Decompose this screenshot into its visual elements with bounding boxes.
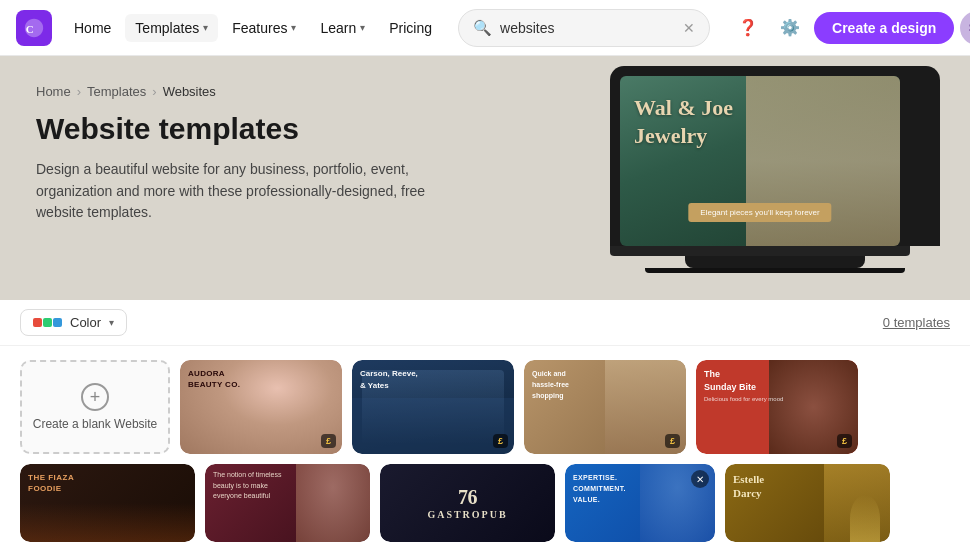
nav-home-label: Home [74, 20, 111, 36]
jewelry-title-line2: Jewelry [634, 122, 733, 150]
breadcrumb-sep2: › [152, 84, 156, 99]
nav-features[interactable]: Features ▾ [222, 14, 306, 42]
chevron-down-icon: ▾ [203, 22, 208, 33]
color-filter-chevron: ▾ [109, 317, 114, 328]
template-card-gastropub[interactable]: 76 GASTROPUB [380, 464, 555, 542]
template-card-fiaza[interactable]: THE FIAZA FOODIE [20, 464, 195, 542]
laptop-screen-frame: Wal & Joe Jewelry Elegant pieces you'll … [610, 66, 940, 246]
template-card-food[interactable]: The Sunday Bite Delicious food for every… [696, 360, 858, 454]
nav-features-label: Features [232, 20, 287, 36]
nav-pricing[interactable]: Pricing [379, 14, 442, 42]
template-card-corporate[interactable]: Carson, Reeve, & Yates £ [352, 360, 514, 454]
nav-learn[interactable]: Learn ▾ [310, 14, 375, 42]
plus-icon: + [81, 383, 109, 411]
create-design-button[interactable]: Create a design [814, 12, 954, 44]
laptop-base [610, 246, 910, 256]
filter-bar: Color ▾ 0 templates [0, 300, 970, 346]
jewelry-cta-button: Elegant pieces you'll keep forever [688, 203, 831, 222]
laptop-stand [685, 256, 865, 268]
svg-text:C: C [26, 22, 34, 34]
search-input[interactable] [500, 20, 675, 36]
templates-section: + Create a blank Website AUDORA BEAUTY C… [0, 346, 970, 546]
clear-icon[interactable]: ✕ [683, 20, 695, 36]
help-button[interactable]: ❓ [730, 10, 766, 46]
nav-templates[interactable]: Templates ▾ [125, 14, 218, 42]
chevron-down-icon: ▾ [291, 22, 296, 33]
template-card-beauty[interactable]: AUDORA BEAUTY CO. £ [180, 360, 342, 454]
color-filter[interactable]: Color ▾ [20, 309, 127, 336]
laptop-foot [645, 268, 905, 273]
color-filter-label: Color [70, 315, 101, 330]
breadcrumb-home[interactable]: Home [36, 84, 71, 99]
templates-row-2: THE FIAZA FOODIE The notion of timelessb… [20, 464, 950, 542]
templates-row-1: + Create a blank Website AUDORA BEAUTY C… [20, 360, 950, 454]
hero-banner: Home › Templates › Websites Website temp… [0, 56, 970, 300]
jewelry-title-line1: Wal & Joe [634, 94, 733, 122]
navbar: C Home Templates ▾ Features ▾ Learn ▾ Pr… [0, 0, 970, 56]
search-bar: 🔍 ✕ [458, 9, 710, 47]
breadcrumb-sep1: › [77, 84, 81, 99]
avatar[interactable]: SP [960, 11, 970, 45]
breadcrumb-templates[interactable]: Templates [87, 84, 146, 99]
template-card-corp2[interactable]: EXPERTISE. COMMITMENT. VALUE. ✕ [565, 464, 715, 542]
chevron-down-icon: ▾ [360, 22, 365, 33]
template-card-shopping[interactable]: Quick andhassle-freeshopping £ [524, 360, 686, 454]
blank-card[interactable]: + Create a blank Website [20, 360, 170, 454]
nav-templates-label: Templates [135, 20, 199, 36]
laptop-screen: Wal & Joe Jewelry Elegant pieces you'll … [620, 76, 900, 246]
breadcrumb-current: Websites [163, 84, 216, 99]
template-card-darcy[interactable]: Estelle Darcy [725, 464, 890, 542]
filter-left: Color ▾ [20, 309, 127, 336]
templates-rows: + Create a blank Website AUDORA BEAUTY C… [20, 360, 950, 542]
template-card-beauty2[interactable]: The notion of timelessbeauty is to makee… [205, 464, 370, 542]
nav-learn-label: Learn [320, 20, 356, 36]
search-icon: 🔍 [473, 19, 492, 37]
settings-button[interactable]: ⚙️ [772, 10, 808, 46]
nav-actions: ❓ ⚙️ Create a design SP [730, 10, 970, 46]
hero-description: Design a beautiful website for any busin… [36, 159, 436, 224]
nav-pricing-label: Pricing [389, 20, 432, 36]
color-squares [33, 318, 62, 327]
hero-laptop-illustration: Wal & Joe Jewelry Elegant pieces you'll … [610, 66, 940, 273]
nav-home[interactable]: Home [64, 14, 121, 42]
templates-count[interactable]: 0 templates [883, 315, 950, 330]
canva-logo[interactable]: C [16, 10, 52, 46]
blank-card-label: Create a blank Website [33, 417, 158, 431]
